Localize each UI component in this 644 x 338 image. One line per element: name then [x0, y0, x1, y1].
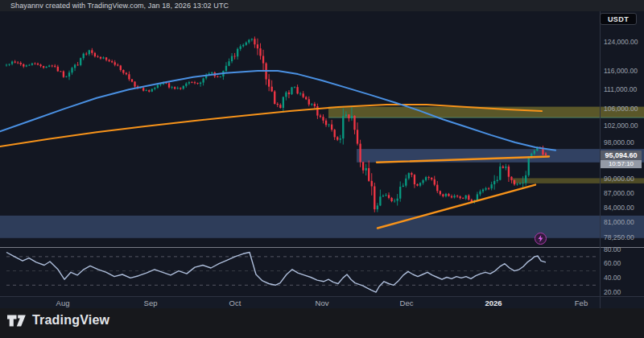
last-price-value: 95,094.60 — [601, 150, 642, 160]
time-axis-label: 2026 — [485, 299, 502, 307]
attribution-bar: Shayannv created with TradingView.com, J… — [0, 0, 644, 11]
time-axis-label: Oct — [229, 299, 242, 307]
candle-countdown: 10:57:10 — [601, 160, 642, 168]
tradingview-logo-text: TradingView — [32, 313, 109, 328]
time-axis-label: Aug — [56, 299, 70, 307]
time-axis-label: Nov — [316, 299, 329, 307]
tradingview-watermark: TradingView — [7, 313, 109, 328]
rsi-axis-label: 80.00 — [604, 245, 621, 254]
rsi-axis-label: 40.00 — [604, 274, 621, 282]
rsi-axis-label: 20.00 — [604, 288, 621, 296]
attribution-text: Shayannv created with TradingView.com, J… — [10, 2, 229, 10]
price-axis-label: 90,000.00 — [604, 175, 634, 183]
price-axis-label: 87,000.00 — [604, 189, 634, 197]
currency-toggle-button[interactable]: USDT — [600, 13, 637, 25]
time-axis-label: Sep — [144, 299, 158, 307]
price-axis-label: 102,000.00 — [604, 122, 638, 130]
lightning-bolt-icon[interactable] — [535, 233, 547, 245]
price-axis-label: 84,000.00 — [604, 204, 634, 212]
price-axis-label: 106,000.00 — [604, 105, 638, 113]
tradingview-chart-window: Shayannv created with TradingView.com, J… — [0, 0, 644, 338]
price-axis-label: 124,000.00 — [604, 38, 638, 46]
tradingview-logo-icon — [7, 314, 27, 328]
price-axis-label: 116,000.00 — [604, 67, 638, 75]
time-axis-label: Dec — [400, 299, 414, 307]
price-axis-label: 78,250.00 — [604, 233, 634, 241]
price-axis-label: 111,000.00 — [604, 85, 637, 93]
time-axis-label: Feb — [575, 299, 588, 307]
rsi-axis-label: 60.00 — [604, 259, 621, 267]
price-axis-label: 98,000.00 — [604, 138, 634, 146]
last-price-tag: 95,094.60 10:57:10 — [601, 150, 642, 168]
price-axis-label: 81,000.00 — [604, 218, 634, 226]
chart-plot-area[interactable] — [0, 11, 644, 296]
